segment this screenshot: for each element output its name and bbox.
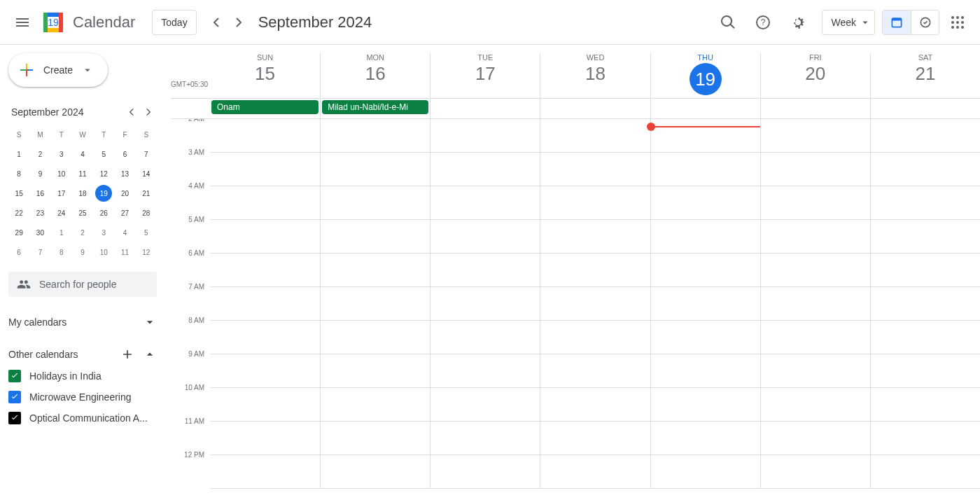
time-cell[interactable] (430, 186, 540, 220)
time-cell[interactable] (870, 186, 980, 220)
time-cell[interactable] (210, 186, 320, 220)
time-cell[interactable] (430, 153, 540, 186)
time-cell[interactable] (760, 287, 870, 321)
time-cell[interactable] (540, 455, 650, 489)
calendar-list-item[interactable]: Holidays in India (8, 370, 157, 382)
time-cell[interactable] (870, 388, 980, 422)
allday-cell[interactable] (870, 99, 980, 118)
time-cell[interactable] (540, 287, 650, 321)
calendar-view-toggle[interactable] (883, 11, 911, 34)
tasks-view-toggle[interactable] (911, 11, 939, 34)
time-cell[interactable] (210, 153, 320, 186)
time-cell[interactable] (430, 254, 540, 287)
time-cell[interactable] (320, 287, 430, 321)
allday-cell[interactable] (650, 99, 760, 118)
view-selector[interactable]: Week (822, 10, 875, 35)
time-cell[interactable] (870, 220, 980, 254)
mini-day-cell[interactable]: 2 (72, 223, 93, 242)
time-cell[interactable] (870, 321, 980, 354)
previous-period-button[interactable] (205, 11, 227, 34)
mini-day-cell[interactable]: 1 (51, 223, 72, 242)
allday-cell[interactable] (760, 99, 870, 118)
time-cell[interactable] (540, 220, 650, 254)
time-cell[interactable] (320, 220, 430, 254)
time-cell[interactable] (320, 153, 430, 186)
mini-day-cell[interactable]: 11 (114, 242, 135, 262)
time-cell[interactable] (650, 321, 760, 354)
time-cell[interactable] (430, 119, 540, 153)
time-cell[interactable] (540, 254, 650, 287)
settings-button[interactable] (781, 6, 815, 39)
mini-day-cell[interactable]: 4 (72, 144, 93, 164)
today-button[interactable]: Today (152, 10, 196, 35)
support-button[interactable]: ? (746, 6, 780, 39)
time-cell[interactable] (430, 287, 540, 321)
mini-day-cell[interactable]: 23 (29, 203, 50, 223)
allday-cell[interactable]: Onam (210, 99, 320, 118)
time-cell[interactable] (430, 321, 540, 354)
mini-day-cell[interactable]: 26 (93, 203, 114, 223)
time-cell[interactable] (430, 455, 540, 489)
allday-event[interactable]: Milad un-Nabi/Id-e-Mi (322, 100, 428, 114)
allday-cell[interactable]: Milad un-Nabi/Id-e-Mi (320, 99, 430, 118)
mini-day-cell[interactable]: 27 (114, 203, 135, 223)
time-cell[interactable] (870, 287, 980, 321)
main-menu-button[interactable] (6, 6, 39, 39)
time-cell[interactable] (210, 321, 320, 354)
mini-day-cell[interactable]: 13 (114, 164, 135, 183)
time-cell[interactable] (320, 388, 430, 422)
time-cell[interactable] (760, 119, 870, 153)
time-cell[interactable] (320, 455, 430, 489)
day-column-header[interactable]: FRI20 (760, 53, 870, 98)
search-button[interactable] (711, 6, 745, 39)
time-cell[interactable] (320, 422, 430, 455)
other-calendars-section[interactable]: Other calendars (8, 347, 157, 361)
time-cell[interactable] (650, 354, 760, 388)
time-cell[interactable] (320, 186, 430, 220)
day-column-header[interactable]: SAT21 (870, 53, 980, 98)
calendar-list-item[interactable]: Optical Communication A... (8, 412, 157, 424)
google-apps-button[interactable] (941, 6, 974, 39)
mini-day-cell[interactable]: 3 (93, 223, 114, 242)
time-cell[interactable] (650, 287, 760, 321)
mini-day-cell[interactable]: 14 (136, 164, 157, 183)
mini-day-cell[interactable]: 10 (93, 242, 114, 262)
time-cell[interactable] (760, 153, 870, 186)
time-cell[interactable] (210, 388, 320, 422)
time-cell[interactable] (540, 422, 650, 455)
time-cell[interactable] (320, 254, 430, 287)
time-cell[interactable] (760, 254, 870, 287)
time-cell[interactable] (540, 388, 650, 422)
mini-day-cell[interactable]: 16 (29, 183, 50, 203)
time-cell[interactable] (210, 119, 320, 153)
time-cell[interactable] (430, 388, 540, 422)
time-cell[interactable] (870, 119, 980, 153)
mini-day-cell[interactable]: 9 (29, 164, 50, 183)
time-cell[interactable] (210, 455, 320, 489)
time-cell[interactable] (760, 388, 870, 422)
mini-day-cell[interactable]: 7 (29, 242, 50, 262)
time-cell[interactable] (320, 119, 430, 153)
time-cell[interactable] (210, 220, 320, 254)
time-cell[interactable] (760, 220, 870, 254)
mini-day-cell[interactable]: 5 (136, 223, 157, 242)
mini-day-cell[interactable]: 6 (8, 242, 29, 262)
mini-day-cell[interactable]: 30 (29, 223, 50, 242)
mini-day-cell[interactable]: 28 (136, 203, 157, 223)
time-cell[interactable] (210, 354, 320, 388)
day-column-header[interactable]: MON16 (320, 53, 430, 98)
time-cell[interactable] (210, 287, 320, 321)
my-calendars-section[interactable]: My calendars (8, 315, 157, 329)
time-cell[interactable] (210, 422, 320, 455)
mini-day-cell[interactable]: 20 (114, 183, 135, 203)
time-cell[interactable] (650, 254, 760, 287)
time-cell[interactable] (430, 422, 540, 455)
time-cell[interactable] (430, 354, 540, 388)
mini-day-cell[interactable]: 8 (8, 164, 29, 183)
time-cell[interactable] (650, 186, 760, 220)
time-cell[interactable] (870, 354, 980, 388)
mini-day-cell[interactable]: 25 (72, 203, 93, 223)
mini-day-cell[interactable]: 22 (8, 203, 29, 223)
allday-cell[interactable] (430, 99, 540, 118)
time-cell[interactable] (870, 254, 980, 287)
